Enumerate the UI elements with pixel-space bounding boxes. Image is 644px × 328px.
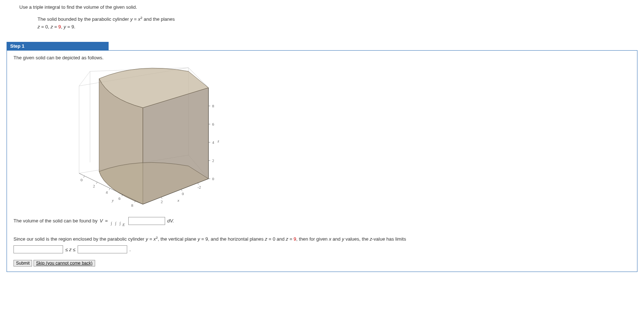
svg-text:-2: -2: [198, 185, 201, 189]
svg-text:2: 2: [93, 184, 95, 188]
svg-text:z: z: [217, 139, 219, 143]
graph-svg: 0 2 4 6 8 z -2 0 2 x: [65, 64, 225, 210]
svg-text:6: 6: [118, 196, 121, 201]
svg-line-20: [181, 189, 182, 191]
step-intro: The given solid can be depicted as follo…: [13, 55, 631, 60]
problem-statement: Use a triple integral to find the volume…: [19, 4, 637, 31]
svg-line-29: [109, 188, 110, 190]
button-row: Submit Skip (you cannot come back): [13, 260, 631, 266]
volume-formula-line: The volume of the solid can be found by …: [13, 214, 631, 228]
svg-text:y: y: [112, 198, 114, 202]
z-limits-line: ≤ z ≤ .: [13, 245, 631, 253]
svg-line-21: [161, 197, 162, 199]
step-header: Step 1: [7, 42, 109, 50]
svg-line-28: [96, 182, 97, 184]
svg-text:4: 4: [106, 190, 108, 194]
svg-text:2: 2: [161, 199, 163, 204]
svg-text:∫: ∫: [115, 221, 117, 226]
svg-text:0: 0: [182, 191, 184, 196]
z-lower-input[interactable]: [13, 245, 63, 253]
svg-text:0: 0: [81, 178, 83, 182]
instruction: Use a triple integral to find the volume…: [19, 4, 637, 11]
region-description: Since our solid is the region enclosed b…: [13, 235, 631, 243]
svg-line-27: [83, 176, 85, 178]
svg-text:4: 4: [212, 140, 214, 145]
svg-text:8: 8: [131, 203, 133, 208]
svg-text:8: 8: [212, 104, 214, 108]
svg-text:6: 6: [212, 122, 214, 126]
svg-text:∫: ∫: [119, 221, 121, 226]
triple-integral-icon: ∫ ∫ ∫ E: [110, 214, 126, 228]
svg-text:∫: ∫: [110, 221, 112, 226]
step-box: The given solid can be depicted as follo…: [7, 50, 637, 272]
svg-text:E: E: [122, 222, 125, 227]
z-upper-input[interactable]: [78, 245, 127, 253]
solid-graph: 0 2 4 6 8 z -2 0 2 x: [65, 64, 631, 211]
svg-text:x: x: [177, 198, 179, 202]
submit-button[interactable]: Submit: [13, 260, 32, 266]
skip-button[interactable]: Skip (you cannot come back): [34, 260, 95, 266]
svg-text:2: 2: [212, 158, 214, 163]
svg-line-19: [198, 183, 199, 185]
svg-text:0: 0: [212, 177, 214, 181]
integrand-input[interactable]: [128, 217, 165, 225]
problem-detail: The solid bounded by the parabolic cylin…: [38, 15, 637, 31]
